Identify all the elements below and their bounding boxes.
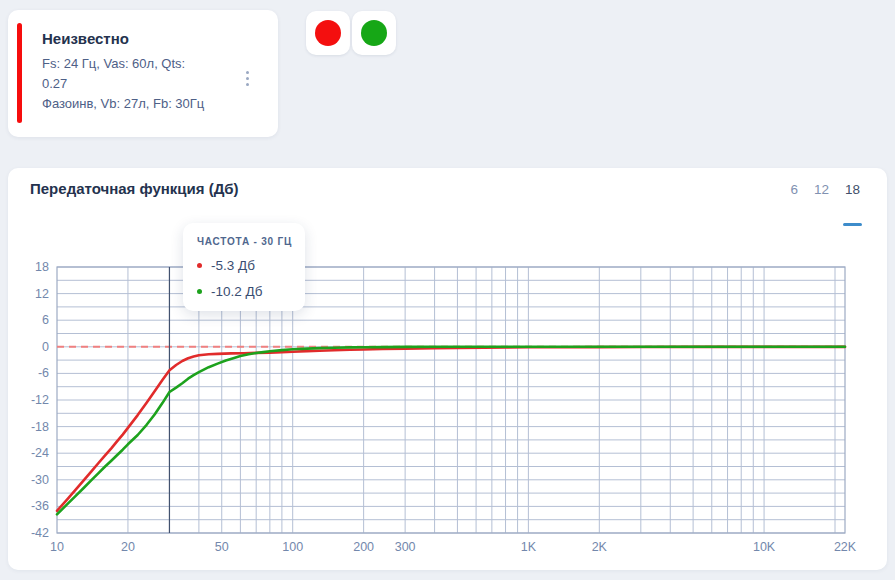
- series-dot-icon: [197, 289, 202, 294]
- y-axis-tick-label: -42: [31, 526, 49, 540]
- curve-variant-red: [57, 347, 845, 511]
- x-axis-tick-label: 50: [215, 540, 229, 554]
- tooltip-value-row-0: -5.3 Дб: [197, 258, 291, 273]
- y-axis-tick-label: -6: [38, 366, 49, 380]
- tooltip-frequency-label: ЧАСТОТА - 30 ГЦ: [197, 236, 291, 247]
- transfer-function-chart[interactable]: 181260-6-12-18-24-30-36-4210205010020030…: [8, 168, 887, 570]
- x-axis-tick-label: 10: [50, 540, 64, 554]
- tooltip-value-row-1: -10.2 Дб: [197, 284, 291, 299]
- speaker-specs: Fs: 24 Гц, Vas: 60л, Qts: 0.27 Фазоинв, …: [42, 54, 210, 114]
- y-axis-tick-label: -18: [31, 420, 49, 434]
- kebab-menu-icon[interactable]: [240, 67, 254, 89]
- speaker-spec-line-driver: Fs: 24 Гц, Vas: 60л, Qts: 0.27: [42, 54, 210, 94]
- y-axis-tick-label: -30: [31, 473, 49, 487]
- y-axis-tick-label: -36: [31, 499, 49, 513]
- red-circle-icon: [315, 20, 341, 46]
- x-axis-tick-label: 2K: [592, 540, 608, 554]
- red-curve-toggle-button[interactable]: [306, 11, 350, 55]
- speaker-accent-bar: [17, 23, 22, 123]
- x-axis-tick-label: 300: [395, 540, 416, 554]
- tooltip-db-value: -10.2 Дб: [211, 284, 262, 299]
- curve-variant-green: [57, 347, 845, 515]
- y-axis-tick-label: 12: [35, 287, 49, 301]
- y-axis-tick-label: -24: [31, 446, 49, 460]
- y-axis-tick-label: 6: [42, 313, 49, 327]
- green-curve-toggle-button[interactable]: [352, 11, 396, 55]
- tooltip-db-value: -5.3 Дб: [211, 258, 255, 273]
- x-axis-tick-label: 10K: [753, 540, 776, 554]
- speaker-title: Неизвестно: [42, 30, 129, 47]
- speaker-spec-line-box: Фазоинв, Vb: 27л, Fb: 30Гц: [42, 94, 210, 114]
- x-axis-tick-label: 20: [121, 540, 135, 554]
- chart-tooltip: ЧАСТОТА - 30 ГЦ -5.3 Дб-10.2 Дб: [183, 223, 305, 311]
- y-axis-tick-label: -12: [31, 393, 49, 407]
- y-axis-tick-label: 18: [35, 260, 49, 274]
- x-axis-tick-label: 200: [353, 540, 374, 554]
- series-dot-icon: [197, 263, 202, 268]
- transfer-function-panel: Передаточная функция (Дб) 61218 181260-6…: [8, 168, 887, 570]
- x-axis-tick-label: 1K: [521, 540, 537, 554]
- green-circle-icon: [361, 20, 387, 46]
- speaker-card[interactable]: Неизвестно Fs: 24 Гц, Vas: 60л, Qts: 0.2…: [8, 10, 278, 137]
- x-axis-tick-label: 22K: [834, 540, 857, 554]
- x-axis-tick-label: 100: [282, 540, 303, 554]
- y-axis-tick-label: 0: [42, 340, 49, 354]
